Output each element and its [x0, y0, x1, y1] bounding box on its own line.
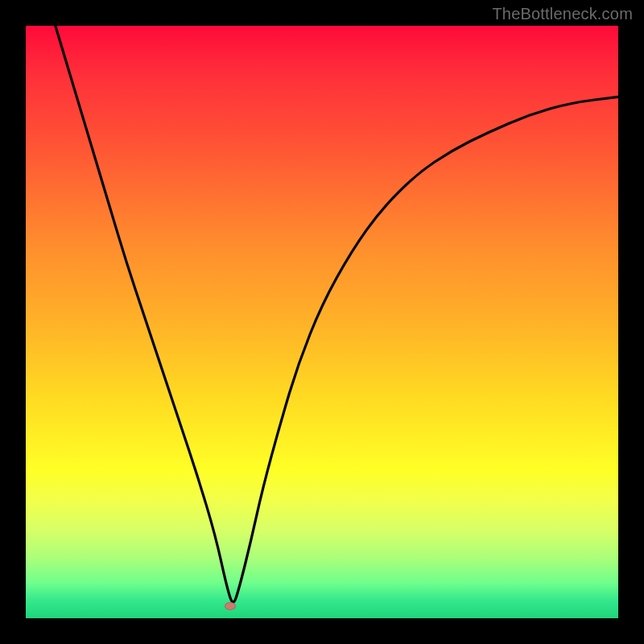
bottleneck-curve: [26, 26, 618, 618]
optimum-marker: [225, 602, 236, 610]
watermark-text: TheBottleneck.com: [492, 5, 633, 23]
plot-area: [26, 26, 618, 618]
chart-frame: TheBottleneck.com: [0, 0, 644, 644]
